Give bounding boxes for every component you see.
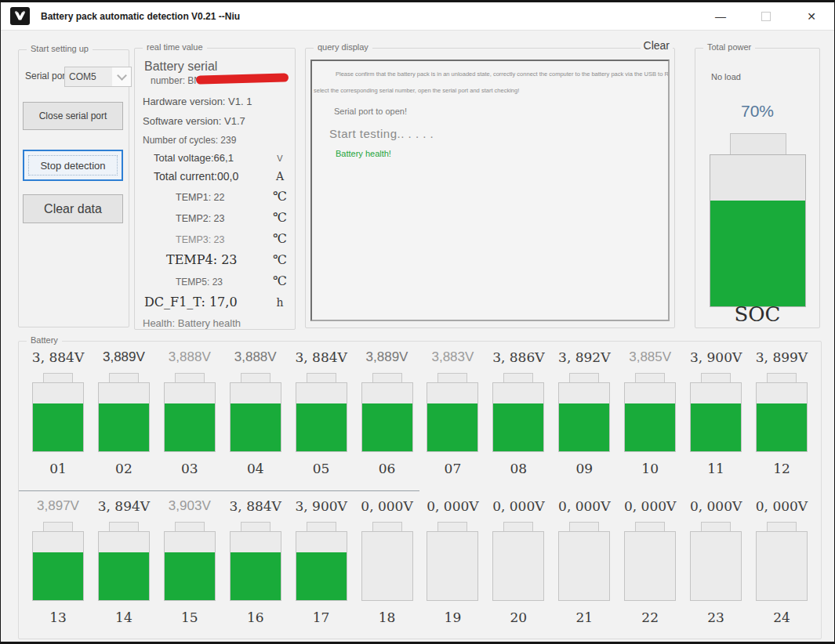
cell-number: 14 <box>115 610 133 625</box>
query-log[interactable]: Please confirm that the battery pack is … <box>310 60 670 321</box>
battery-cell: 3,889V 02 <box>96 349 152 476</box>
cycle-count: Number of cycles: 239 <box>143 135 290 146</box>
window-title: Battery pack automatic detection V0.21 -… <box>41 11 240 22</box>
log-message: Battery health! <box>312 149 668 158</box>
measurement-unit: ℃ <box>270 189 290 204</box>
battery-cell: 0, 000V 22 <box>622 498 678 625</box>
battery-fill <box>296 552 347 600</box>
battery-fill <box>757 403 807 451</box>
app-logo-icon <box>10 7 30 25</box>
measurement-unit: ℃ <box>270 210 290 225</box>
battery-cells-panel: Battery 3, 884V 01 3,889V 02 3,888V 03 <box>18 341 822 639</box>
row-divider <box>19 490 419 491</box>
battery-fill <box>296 403 347 451</box>
cell-number: 19 <box>445 610 462 625</box>
measurement-label: DC_F1_T: 17,0 <box>144 295 270 309</box>
battery-body <box>230 382 281 452</box>
battery-fill <box>625 403 675 451</box>
battery-cell: 0, 000V 23 <box>688 498 744 625</box>
battery-icon <box>624 522 676 601</box>
cell-voltage: 3, 894V <box>98 498 150 517</box>
clear-data-button[interactable]: Clear data <box>23 194 123 223</box>
battery-icon <box>164 522 216 601</box>
stop-detection-button[interactable]: Stop detection <box>23 150 123 181</box>
measurement-unit: ℃ <box>270 273 290 288</box>
serial-port-select[interactable]: COM5 <box>64 67 132 87</box>
battery-body <box>361 382 413 452</box>
battery-cell: 3,903V 15 <box>162 498 218 625</box>
query-display-panel: query display Clear Please confirm that … <box>305 48 675 328</box>
battery-serial-number: number: BN1G <box>151 75 290 88</box>
battery-fill <box>362 403 412 451</box>
cell-number: 10 <box>641 461 659 476</box>
cell-number: 24 <box>773 610 790 625</box>
battery-cell: 3,885V 10 <box>622 349 678 476</box>
battery-cap <box>503 373 533 382</box>
battery-cell: 3, 894V 14 <box>96 498 152 625</box>
close-button[interactable]: ✕ <box>789 2 834 31</box>
battery-body <box>756 531 808 601</box>
battery-cell: 3, 899V 12 <box>753 349 810 476</box>
cell-voltage: 3, 899V <box>756 349 808 368</box>
maximize-icon <box>761 12 771 21</box>
measurement-label: TEMP3: 23 <box>176 234 270 245</box>
battery-cap <box>307 522 336 531</box>
measurement-row: TEMP1: 22℃ <box>141 189 290 204</box>
log-message: select the corresponding serial number, … <box>312 87 668 94</box>
cell-number: 13 <box>49 610 67 625</box>
measurement-label: Total current:00,0 <box>154 170 270 183</box>
panel-label: Battery <box>27 335 62 345</box>
cell-voltage: 0, 000V <box>756 498 808 517</box>
soc-percent: 70% <box>695 102 819 121</box>
minimize-button[interactable]: — <box>698 2 743 31</box>
cell-voltage: 3, 884V <box>230 498 281 517</box>
measurement-row: TEMP4: 23℃ <box>141 252 290 267</box>
redaction-mark <box>196 73 289 84</box>
battery-icon <box>756 373 808 452</box>
battery-icon <box>690 522 742 601</box>
panel-label: Total power <box>703 42 755 52</box>
cell-number: 18 <box>379 610 396 625</box>
measurement-rows: Total voltage:66,1VTotal current:00,0ATE… <box>141 152 290 309</box>
measurement-row: Total current:00,0A <box>141 170 290 183</box>
measurement-unit: h <box>270 296 290 309</box>
battery-body <box>624 382 676 452</box>
measurement-label: TEMP1: 22 <box>176 192 270 203</box>
close-serial-port-button[interactable]: Close serial port <box>23 102 123 130</box>
cell-number: 23 <box>707 610 724 625</box>
soc-battery-icon <box>710 154 806 307</box>
cell-row-2: 3,897V 13 3, 894V 14 3,903V 15 3, 884V <box>30 498 810 625</box>
battery-cap <box>437 373 467 382</box>
battery-cap <box>43 373 73 382</box>
measurement-label: TEMP5: 23 <box>176 277 270 288</box>
cell-voltage: 3,883V <box>431 349 474 368</box>
cell-number: 20 <box>510 610 528 625</box>
battery-cap <box>569 522 599 531</box>
battery-cell: 3,888V 03 <box>162 349 218 476</box>
battery-cell: 3, 892V 09 <box>556 349 612 476</box>
cell-number: 16 <box>247 610 264 625</box>
cell-voltage: 3,888V <box>234 349 277 368</box>
battery-cap <box>635 373 665 382</box>
battery-cell: 3, 886V 08 <box>490 349 546 476</box>
battery-fill <box>165 403 215 451</box>
cell-voltage: 0, 000V <box>558 498 610 517</box>
cell-voltage: 0, 000V <box>492 498 544 517</box>
cell-voltage: 3,885V <box>629 349 671 368</box>
measurement-row: TEMP2: 23℃ <box>141 210 290 225</box>
battery-body <box>690 531 742 601</box>
battery-icon <box>492 373 544 452</box>
battery-body <box>98 531 150 601</box>
clear-log-button[interactable]: Clear <box>641 39 673 52</box>
battery-cap <box>635 522 665 531</box>
battery-cap <box>767 373 797 382</box>
battery-cell: 0, 000V 18 <box>359 498 416 625</box>
maximize-button[interactable] <box>743 2 789 31</box>
panel-label: query display <box>314 42 372 52</box>
battery-body <box>361 531 413 601</box>
battery-body <box>756 382 808 452</box>
battery-cap <box>569 373 599 382</box>
battery-icon <box>296 522 347 601</box>
software-version: Software version: V1.7 <box>143 115 290 127</box>
cell-number: 08 <box>510 461 528 476</box>
